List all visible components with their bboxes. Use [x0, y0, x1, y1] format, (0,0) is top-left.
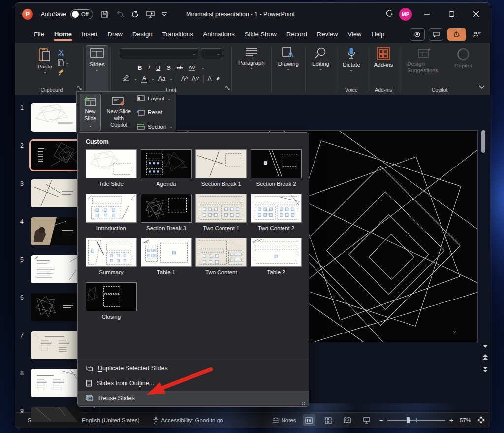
window-title: Minimalist presentation - 1 - PowerPoint: [186, 11, 295, 18]
layout-section-break-3[interactable]: Section Break 3: [139, 194, 194, 231]
new-slide-button[interactable]: NewSlide ⌄: [80, 94, 101, 131]
italic-button[interactable]: I: [148, 64, 150, 71]
reset-button[interactable]: Reset: [137, 109, 173, 116]
font-color-chevron[interactable]: ⌄: [151, 77, 155, 81]
user-avatar[interactable]: MP: [399, 8, 412, 21]
layout-introduction[interactable]: Introduction: [84, 194, 139, 231]
normal-view-button[interactable]: [303, 414, 315, 426]
vertical-scrollbar[interactable]: [480, 130, 486, 428]
slide-thumb-9[interactable]: 9: [15, 407, 100, 428]
save-icon[interactable]: [101, 10, 109, 18]
layout-agenda[interactable]: Agenda: [139, 149, 194, 187]
scrollbar-thumb[interactable]: [481, 130, 485, 153]
minimize-button[interactable]: [417, 7, 437, 22]
highlight-pen-icon[interactable]: [122, 75, 130, 83]
spacing-chevron[interactable]: ⌄: [201, 66, 205, 70]
powerpoint-logo-icon[interactable]: P: [22, 9, 33, 20]
format-painter-button[interactable]: [58, 69, 69, 76]
tab-help[interactable]: Help: [366, 27, 389, 42]
layout-two-content[interactable]: Two Content: [194, 238, 249, 275]
font-size-combobox[interactable]: ⌄: [201, 48, 222, 59]
layout-section-break-1[interactable]: Section Break 1: [194, 149, 249, 187]
tab-insert[interactable]: Insert: [77, 27, 103, 42]
comments-button[interactable]: [429, 28, 443, 41]
layout-two-content-1[interactable]: Two Content 1: [194, 194, 249, 231]
tab-design[interactable]: Design: [127, 27, 157, 42]
editing-button[interactable]: Editing⌄: [309, 45, 333, 72]
zoom-slider-thumb[interactable]: [407, 417, 410, 423]
font-dialog-launcher[interactable]: [225, 83, 230, 92]
notes-button[interactable]: Notes: [272, 417, 296, 423]
character-spacing-button[interactable]: AV: [189, 65, 195, 71]
bold-button[interactable]: B: [137, 64, 142, 71]
menu-resize-grip[interactable]: [302, 401, 306, 405]
layout-menu-button[interactable]: Layout⌄: [137, 95, 173, 101]
copilot-titlebar-icon[interactable]: [384, 8, 394, 20]
zoom-in-button[interactable]: +: [449, 416, 453, 424]
tab-record[interactable]: Record: [282, 27, 312, 42]
previous-slide-button[interactable]: [483, 353, 488, 362]
layout-title-slide[interactable]: Title Slide: [84, 149, 139, 187]
tab-review[interactable]: Review: [312, 27, 343, 42]
slides-group-button[interactable]: Slides ⌄: [86, 45, 108, 93]
layout-two-content-2[interactable]: Two Content 2: [249, 194, 304, 231]
case-chevron[interactable]: ⌄: [169, 77, 173, 81]
font-name-combobox[interactable]: ⌄: [120, 48, 198, 59]
accessibility-status[interactable]: Accessibility: Good to go: [153, 417, 223, 424]
paragraph-button[interactable]: Paragraph⌄: [235, 45, 268, 71]
undo-icon[interactable]: [116, 10, 125, 18]
layout-summary[interactable]: Summary: [84, 238, 139, 275]
dictate-button[interactable]: Dictate⌄: [339, 45, 364, 73]
tab-file[interactable]: File: [29, 27, 49, 42]
copy-button[interactable]: ⌄: [58, 59, 69, 66]
tab-transitions[interactable]: Transitions: [157, 27, 198, 42]
paste-button[interactable]: Paste ⌄: [34, 45, 55, 76]
layout-table-2[interactable]: Table 2: [249, 238, 304, 275]
menu-item-duplicate-selected-slides[interactable]: Duplicate Selected Slides: [78, 361, 309, 376]
addins-button[interactable]: Add-ins: [371, 45, 397, 69]
menu-item-slides-from-outline[interactable]: Slides from Outline...: [78, 376, 309, 391]
slide-sorter-view-button[interactable]: [322, 414, 335, 426]
drawing-button[interactable]: A Drawing⌄: [275, 45, 302, 72]
record-button[interactable]: [410, 28, 425, 41]
reading-view-button[interactable]: [341, 414, 354, 426]
tab-home[interactable]: Home: [49, 27, 77, 42]
font-color-button[interactable]: A: [141, 75, 147, 83]
layout-closing[interactable]: Closing: [84, 282, 139, 320]
zoom-slider[interactable]: [387, 420, 445, 421]
pen-chevron[interactable]: ⌄: [134, 77, 137, 81]
zoom-out-button[interactable]: −: [379, 416, 383, 424]
tab-slide-show[interactable]: Slide Show: [240, 27, 282, 42]
close-button[interactable]: [466, 7, 486, 22]
next-slide-button[interactable]: [483, 366, 488, 374]
new-slide-with-copilot-button[interactable]: New Slidewith Copilot: [104, 94, 134, 131]
redo-icon[interactable]: [131, 10, 139, 18]
collapse-ribbon-chevron[interactable]: [479, 82, 485, 91]
strikethrough-button[interactable]: ab: [177, 65, 183, 70]
layout-section-break-2[interactable]: Section Break 2: [249, 149, 304, 187]
customize-qat-icon[interactable]: [161, 12, 167, 17]
layout-table-1[interactable]: Table 1: [139, 238, 194, 275]
tab-view[interactable]: View: [343, 27, 366, 42]
underline-button[interactable]: U: [156, 64, 160, 71]
voice-group-label: Voice: [336, 87, 367, 93]
clear-formatting-button[interactable]: A: [208, 75, 212, 82]
slideshow-view-button[interactable]: [360, 414, 373, 426]
grow-font-button[interactable]: A^: [181, 75, 188, 82]
autosave-toggle[interactable]: Off: [70, 9, 93, 19]
tab-draw[interactable]: Draw: [103, 27, 127, 42]
tab-animations[interactable]: Animations: [198, 27, 240, 42]
text-shadow-button[interactable]: S: [166, 64, 171, 71]
copy-dropdown-chevron[interactable]: ⌄: [66, 61, 69, 65]
section-menu-button[interactable]: Section⌄: [137, 123, 173, 130]
presenter-coach-icon[interactable]: [470, 28, 485, 41]
share-button[interactable]: [447, 28, 466, 41]
zoom-level[interactable]: 57%: [460, 417, 471, 423]
change-case-button[interactable]: Aa: [158, 75, 166, 82]
menu-item-reuse-slides[interactable]: Reuse Slides: [78, 391, 309, 405]
cut-button[interactable]: [58, 49, 69, 56]
start-slideshow-icon[interactable]: [146, 10, 155, 18]
shrink-font-button[interactable]: A˅: [192, 75, 199, 82]
scroll-down-arrow[interactable]: [483, 341, 488, 350]
maximize-button[interactable]: [441, 7, 461, 22]
